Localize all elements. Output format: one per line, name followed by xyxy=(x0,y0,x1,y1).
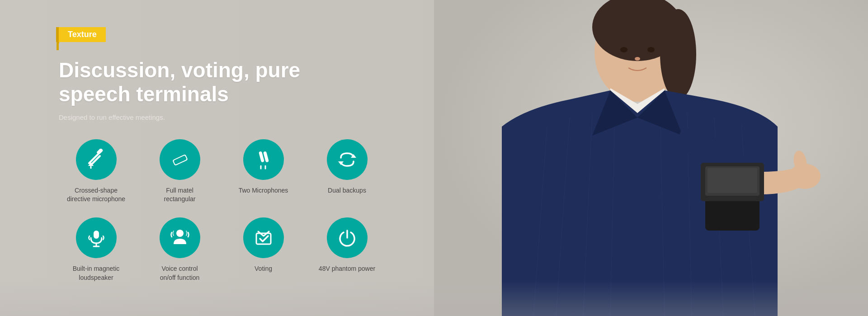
heading-line1: Discussion, voting, pure xyxy=(59,58,420,82)
svg-point-8 xyxy=(635,57,640,61)
feature-full-matel: Full matelrectangular xyxy=(142,139,217,204)
feature-icon-circle-5 xyxy=(76,217,117,258)
feature-icon-circle-8 xyxy=(327,217,368,258)
feature-label-2: Full matelrectangular xyxy=(164,186,195,204)
feature-label-8: 48V phantom power xyxy=(319,264,375,274)
subtitle: Designed to run effective meetings. xyxy=(59,113,420,121)
svg-point-5 xyxy=(660,9,696,99)
feature-icon-circle-1 xyxy=(76,139,117,180)
feature-crossed-shape: Crossed-shapedirective microphone xyxy=(59,139,133,204)
texture-badge: Texture xyxy=(59,27,106,42)
feature-two-microphones: Two Microphones xyxy=(226,139,301,204)
content-area: Texture Discussion, voting, pure speech … xyxy=(59,27,420,282)
feature-dual-backups: Dual backups xyxy=(310,139,384,204)
svg-rect-23 xyxy=(708,168,757,193)
feature-voting: Voting xyxy=(226,217,301,282)
svg-rect-20 xyxy=(705,199,760,231)
feature-icon-circle-6 xyxy=(160,217,200,258)
main-heading: Discussion, voting, pure speech terminal… xyxy=(59,58,420,106)
svg-rect-37 xyxy=(94,231,99,239)
heading-line2: speech terminals xyxy=(59,82,420,106)
feature-icon-circle-4 xyxy=(327,139,368,180)
bottom-fade xyxy=(0,280,868,316)
feature-phantom-power: 48V phantom power xyxy=(310,217,384,282)
person-image xyxy=(434,0,868,316)
feature-built-in-speaker: Built-in magneticloudspeaker xyxy=(59,217,133,282)
feature-voice-control: Voice controlon/off function xyxy=(142,217,217,282)
feature-icon-circle-3 xyxy=(243,139,284,180)
feature-label-1: Crossed-shapedirective microphone xyxy=(67,186,125,204)
svg-point-7 xyxy=(647,47,655,52)
svg-rect-41 xyxy=(256,233,271,244)
features-grid: Crossed-shapedirective microphone Full m… xyxy=(59,139,420,282)
feature-label-3: Two Microphones xyxy=(239,186,288,195)
feature-icon-circle-2 xyxy=(160,139,200,180)
feature-label-4: Dual backups xyxy=(328,186,366,195)
svg-point-40 xyxy=(176,230,184,237)
page-wrapper: Texture Discussion, voting, pure speech … xyxy=(0,0,868,316)
feature-icon-circle-7 xyxy=(243,217,284,258)
feature-label-7: Voting xyxy=(255,264,272,274)
badge-label: Texture xyxy=(68,30,97,39)
svg-point-6 xyxy=(620,47,627,52)
